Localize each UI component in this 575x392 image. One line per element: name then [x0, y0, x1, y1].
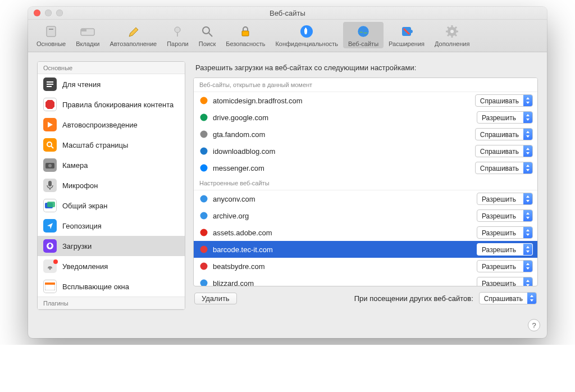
sidebar-item-downloads[interactable]: Загрузки: [38, 236, 185, 256]
toolbar-item-extensions[interactable]: Расширения: [384, 22, 430, 48]
toolbar-item-advanced[interactable]: Дополнения: [430, 22, 474, 48]
site-favicon-icon: [199, 245, 208, 254]
svg-marker-39: [47, 223, 53, 229]
microphone-icon: [43, 179, 57, 192]
svg-point-42: [49, 268, 51, 270]
svg-marker-71: [526, 250, 530, 253]
zoom-window-button[interactable]: [56, 10, 63, 16]
svg-rect-28: [47, 86, 52, 87]
content-heading: Разрешить загрузки на веб-сайтах со след…: [193, 61, 538, 78]
minimize-window-button[interactable]: [45, 10, 52, 16]
site-action-select[interactable]: Спрашивать: [475, 128, 533, 140]
svg-point-75: [200, 280, 208, 286]
site-action-select[interactable]: Разрешить: [477, 111, 533, 124]
svg-marker-29: [45, 100, 54, 109]
svg-line-24: [448, 34, 449, 36]
pencil-icon: [125, 24, 141, 39]
sidebar-item-screen-sharing[interactable]: Общий экран: [38, 195, 185, 216]
site-action-select[interactable]: Спрашивать: [475, 162, 533, 174]
website-row[interactable]: blizzard.com Разрешить: [194, 275, 537, 286]
sidebar-item-camera[interactable]: Камера: [38, 155, 185, 175]
help-button[interactable]: ?: [528, 319, 540, 331]
tabs-icon: [80, 24, 95, 39]
websites-list[interactable]: atomicdesign.bradfrost.com Спрашивать dr…: [194, 92, 537, 286]
sidebar-item-page-zoom[interactable]: Масштаб страницы: [38, 135, 185, 155]
svg-point-54: [200, 148, 208, 155]
sidebar-item-notifications[interactable]: Уведомления: [38, 256, 185, 276]
sidebar-item-popups[interactable]: Всплывающие окна: [38, 276, 185, 297]
toolbar-item-general[interactable]: Основные: [31, 22, 71, 48]
toolbar-item-security[interactable]: Безопасность: [221, 22, 270, 48]
svg-marker-77: [526, 284, 530, 286]
toolbar-label: Поиск: [199, 40, 216, 47]
toolbar-item-autofill[interactable]: Автозаполнение: [104, 22, 162, 48]
svg-marker-47: [526, 102, 530, 104]
open-sites-header: Веб-сайты, открытые в данный момент: [194, 78, 537, 92]
chevron-up-down-icon: [527, 293, 536, 304]
sidebar-item-microphone[interactable]: Микрофон: [38, 175, 185, 195]
website-row[interactable]: messenger.com Спрашивать: [194, 159, 537, 176]
configured-sites-header: Настроенные веб-сайты: [194, 176, 537, 190]
sidebar-item-label: Загрузки: [62, 242, 92, 250]
site-action-select[interactable]: Спрашивать: [475, 145, 533, 157]
sidebar-item-label: Общий экран: [62, 202, 107, 210]
sidebar-item-autoplay[interactable]: Автовоспроизведение: [38, 115, 185, 135]
toolbar-item-search[interactable]: Поиск: [194, 22, 221, 48]
site-action-select[interactable]: Разрешить: [477, 260, 533, 272]
website-row[interactable]: gta.fandom.com Спрашивать: [194, 126, 537, 143]
toolbar-item-privacy[interactable]: Конфиденциальность: [270, 22, 343, 48]
popup-icon: [43, 280, 57, 293]
site-action-select[interactable]: Спрашивать: [475, 94, 533, 107]
svg-line-22: [448, 27, 449, 29]
toolbar-label: Автозаполнение: [109, 40, 157, 47]
website-row[interactable]: barcode.tec-it.com Разрешить: [194, 241, 537, 258]
toolbar-item-tabs[interactable]: Вкладки: [71, 22, 104, 48]
websites-panel: Веб-сайты, открытые в данный момент atom…: [193, 78, 538, 286]
site-domain: gta.fandom.com: [213, 130, 471, 139]
key-icon: [170, 24, 185, 39]
toolbar-item-passwords[interactable]: Пароли: [162, 22, 194, 48]
svg-marker-49: [526, 114, 530, 116]
zoom-icon: [43, 138, 57, 152]
select-value: Спрашивать: [476, 95, 523, 106]
svg-rect-0: [47, 26, 56, 37]
delete-button[interactable]: Удалить: [194, 293, 237, 304]
site-action-select[interactable]: Разрешить: [477, 209, 533, 222]
sidebar-section-plugins: Плагины: [38, 297, 185, 309]
svg-marker-79: [530, 299, 533, 302]
close-window-button[interactable]: [34, 10, 40, 16]
default-action-select[interactable]: Спрашивать: [479, 292, 537, 304]
website-row[interactable]: drive.google.com Разрешить: [194, 109, 537, 126]
svg-marker-73: [526, 263, 530, 265]
sidebar-item-label: Масштаб страницы: [62, 141, 128, 149]
play-icon: [43, 118, 57, 131]
site-favicon-icon: [199, 228, 208, 237]
site-domain: atomicdesign.bradfrost.com: [213, 97, 471, 105]
sidebar-item-content-blockers[interactable]: Правила блокирования контента: [38, 94, 185, 115]
site-domain: assets.adobe.com: [213, 229, 472, 237]
site-domain: drive.google.com: [213, 113, 472, 122]
notification-badge-icon: [53, 259, 58, 264]
website-row[interactable]: archive.org Разрешить: [194, 207, 537, 224]
site-domain: anyconv.com: [213, 195, 472, 203]
titlebar[interactable]: Веб-сайты: [28, 7, 547, 20]
sidebar-item-reader[interactable]: Для чтения: [38, 74, 185, 94]
svg-line-8: [209, 33, 212, 37]
sidebar-item-label: Правила блокирования контента: [62, 101, 174, 109]
site-action-select[interactable]: Разрешить: [477, 226, 533, 239]
camera-icon: [43, 158, 57, 172]
website-row[interactable]: anyconv.com Разрешить: [194, 190, 537, 207]
site-action-select[interactable]: Разрешить: [477, 277, 533, 286]
website-row[interactable]: atomicdesign.bradfrost.com Спрашивать: [194, 92, 537, 109]
website-row[interactable]: assets.adobe.com Разрешить: [194, 224, 537, 241]
sidebar-item-location[interactable]: Геопозиция: [38, 216, 185, 236]
svg-line-23: [455, 34, 457, 36]
body: Основные Для чтения Правила блокирования…: [28, 52, 547, 318]
chevron-up-down-icon: [523, 112, 532, 123]
website-row[interactable]: idownloadblog.com Спрашивать: [194, 143, 537, 159]
website-row[interactable]: beatsbydre.com Разрешить: [194, 258, 537, 275]
toolbar-item-websites[interactable]: Веб-сайты: [343, 22, 384, 48]
site-action-select[interactable]: Разрешить: [477, 243, 533, 256]
svg-point-72: [200, 263, 208, 270]
site-action-select[interactable]: Разрешить: [477, 193, 533, 205]
